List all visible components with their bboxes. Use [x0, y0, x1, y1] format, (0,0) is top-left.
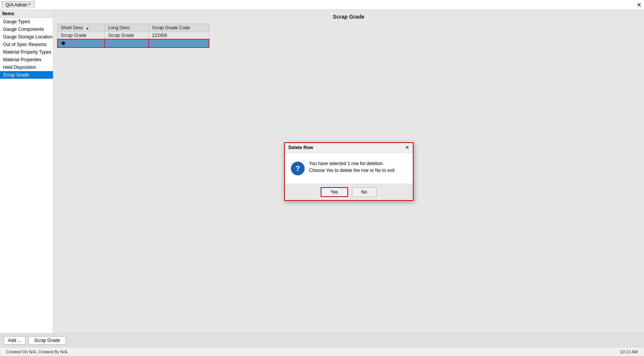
sidebar-item-scrap-grade[interactable]: Scrap Grade — [0, 71, 53, 79]
title-bar: Q/A Admin * ✕ — [0, 0, 644, 10]
sidebar-item-gauge-types[interactable]: Gauge Types — [0, 18, 53, 25]
sidebar-header: Items — [0, 10, 53, 18]
scrap-grade-badge: Scrap Grade — [29, 336, 66, 345]
dialog-message-line1: You have selected 1 row for deletion. — [309, 160, 396, 167]
sidebar-item-gauge-storage-location[interactable]: Gauge Storage Location: — [0, 33, 53, 41]
sidebar-item-held-disposition[interactable]: Held Disposition — [0, 64, 53, 71]
sidebar-item-material-property-types[interactable]: Material Property Types — [0, 48, 53, 56]
status-bar: Created On N/A, Created By N/A 10:13 AM — [0, 347, 644, 356]
dialog-title-bar: Delete Row ✕ — [285, 143, 413, 153]
main-content: Scrap Grade Short Desc ▲ Long Desc — [53, 10, 644, 333]
dialog-close-icon[interactable]: ✕ — [405, 145, 409, 150]
modal-overlay: Delete Row ✕ ? You have selected 1 row f… — [53, 10, 644, 333]
add-button[interactable]: Add ... — [4, 336, 26, 345]
content-area: Items Gauge TypesGauge ComponentsGauge S… — [0, 10, 644, 333]
dialog-title: Delete Row — [289, 145, 313, 150]
dialog-question-icon: ? — [291, 162, 305, 175]
no-button[interactable]: No — [352, 187, 377, 197]
sidebar-items: Gauge TypesGauge ComponentsGauge Storage… — [0, 18, 53, 79]
dialog-body: ? You have selected 1 row for deletion. … — [285, 153, 413, 179]
bottom-bar: Add ... Scrap Grade — [0, 333, 644, 347]
yes-button[interactable]: Yes — [321, 187, 348, 197]
dialog-message: You have selected 1 row for deletion. Ch… — [309, 160, 396, 174]
close-button[interactable]: ✕ — [636, 2, 642, 8]
sidebar-item-out-of-spec-reasons[interactable]: Out of Spec Reasons — [0, 41, 53, 48]
sidebar-item-material-properties[interactable]: Material Properties — [0, 56, 53, 64]
sidebar: Items Gauge TypesGauge ComponentsGauge S… — [0, 10, 53, 333]
delete-row-dialog: Delete Row ✕ ? You have selected 1 row f… — [284, 142, 414, 201]
status-created-info: Created On N/A, Created By N/A — [6, 350, 67, 354]
sidebar-item-gauge-components[interactable]: Gauge Components — [0, 25, 53, 33]
title-tab[interactable]: Q/A Admin * — [2, 1, 35, 8]
main-layout: Items Gauge TypesGauge ComponentsGauge S… — [0, 10, 644, 356]
status-time: 10:13 AM — [620, 350, 638, 354]
dialog-footer: Yes No — [285, 184, 413, 200]
dialog-message-line2: Choose Yes to delete the row or No to ex… — [309, 167, 396, 174]
